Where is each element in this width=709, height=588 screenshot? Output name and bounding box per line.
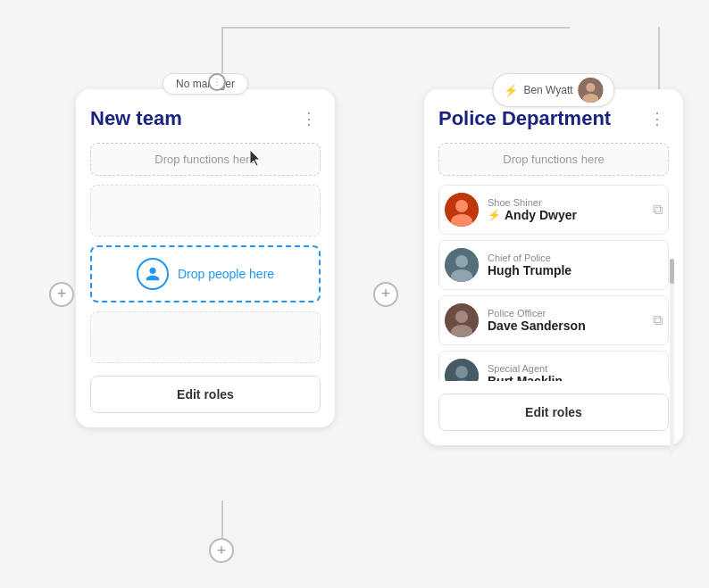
person-name: Dave Sanderson [488,319,644,333]
person-icon [137,258,169,290]
lightning-icon: ⚡ [488,209,501,221]
new-team-title: New team [90,107,182,130]
people-list: Shoe Shiner ⚡ Andy Dwyer ⧉ [438,185,669,381]
cards-container: No manager New team ⋮ Drop functions her… [76,89,683,445]
police-dept-header: Police Department ⋮ [438,107,669,130]
bottom-connector [221,501,223,538]
canvas: ⋮ + + No manager New team ⋮ [0,0,709,588]
avatar [445,303,479,337]
svg-point-7 [455,255,468,268]
police-dept-menu-icon[interactable]: ⋮ [646,107,669,130]
person-name: ⚡ Andy Dwyer [488,208,644,222]
scrollbar-track [670,259,674,455]
avatar [445,193,479,227]
person-name: Hugh Trumple [488,263,663,277]
person-role: Chief of Police [488,253,663,263]
no-manager-badge[interactable]: No manager [163,73,248,95]
add-right-button[interactable]: + [373,282,398,307]
new-team-menu-icon[interactable]: ⋮ [297,107,321,130]
svg-point-10 [455,311,468,323]
person-info: Chief of Police Hugh Trumple [488,253,663,277]
person-role: Special Agent [488,363,663,374]
police-dept-card: ⚡ Ben Wyatt Police Department ⋮ Drop fun… [424,89,683,445]
person-role: Police Officer [488,308,644,319]
edit-roles-button-left[interactable]: Edit roles [90,376,321,413]
svg-point-13 [455,366,468,378]
avatar [445,248,479,282]
avatar [445,359,479,381]
svg-point-1 [587,83,596,92]
connector-h [221,27,570,29]
person-info: Police Officer Dave Sanderson [488,308,644,333]
person-info: Shoe Shiner ⚡ Andy Dwyer [488,197,644,222]
manager-badge[interactable]: ⚡ Ben Wyatt [492,73,614,107]
drop-functions-zone-left[interactable]: Drop functions here [90,143,321,176]
add-bottom-button[interactable]: + [209,538,234,563]
copy-icon[interactable]: ⧉ [653,202,663,218]
list-item: Chief of Police Hugh Trumple [438,240,669,290]
drop-functions-zone-right[interactable]: Drop functions here [438,143,669,176]
scrollbar-thumb[interactable] [670,259,674,284]
svg-point-4 [455,200,468,212]
connector-dot: ⋮ [208,73,226,91]
lightning-icon: ⚡ [504,84,518,97]
person-name: Burt Macklin [488,374,663,381]
add-left-button[interactable]: + [49,282,74,307]
edit-roles-button-right[interactable]: Edit roles [438,393,669,431]
list-item: Special Agent Burt Macklin [438,351,669,381]
list-item: Shoe Shiner ⚡ Andy Dwyer ⧉ [438,185,669,235]
empty-zone-top [90,185,321,236]
manager-avatar [579,78,604,103]
list-item: Police Officer Dave Sanderson ⧉ [438,295,669,345]
new-team-header: New team ⋮ [90,107,321,130]
new-team-card: No manager New team ⋮ Drop functions her… [76,89,335,427]
person-role: Shoe Shiner [488,197,644,208]
drop-people-zone[interactable]: Drop people here [90,245,321,302]
copy-icon[interactable]: ⧉ [653,312,663,328]
empty-zone-bottom [90,311,321,363]
police-dept-title: Police Department [438,107,611,130]
person-info: Special Agent Burt Macklin [488,363,663,381]
